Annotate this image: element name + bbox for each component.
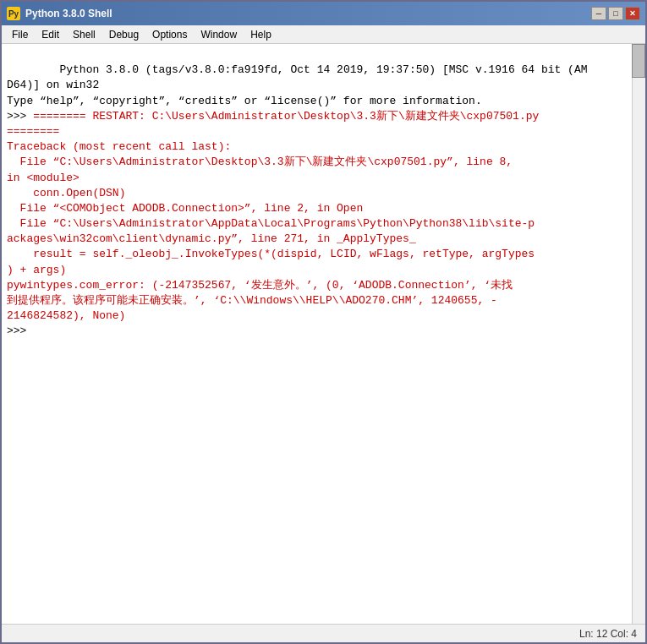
maximize-button[interactable]: □ [608,7,623,20]
scrollbar-thumb[interactable] [632,44,645,78]
main-window: Py Python 3.8.0 Shell ─ □ ✕ File Edit Sh… [0,0,647,644]
menu-edit[interactable]: Edit [35,25,66,43]
output-prompt: >>> [7,325,33,337]
menu-help[interactable]: Help [244,25,278,43]
menu-bar: File Edit Shell Debug Options Window Hel… [2,25,645,44]
window-title: Python 3.8.0 Shell [25,8,112,19]
output-restart: ======== RESTART: C:\Users\Administrator… [7,110,539,138]
title-bar-left: Py Python 3.8.0 Shell [7,7,112,20]
output-traceback: Traceback (most recent call last): File … [7,140,535,322]
status-position: Ln: 12 Col: 4 [579,628,637,640]
menu-options[interactable]: Options [145,25,194,43]
menu-shell[interactable]: Shell [66,25,102,43]
output-area: Python 3.8.0 (tags/v3.8.0:fa919fd, Oct 1… [7,47,640,355]
content-wrapper: Python 3.8.0 (tags/v3.8.0:fa919fd, Oct 1… [2,44,645,624]
app-icon: Py [7,7,20,20]
app-icon-label: Py [8,9,19,19]
menu-file[interactable]: File [5,25,35,43]
menu-window[interactable]: Window [194,25,244,43]
title-bar: Py Python 3.8.0 Shell ─ □ ✕ [2,2,645,25]
status-bar: Ln: 12 Col: 4 [2,624,645,642]
minimize-button[interactable]: ─ [591,7,606,20]
close-button[interactable]: ✕ [625,7,640,20]
shell-content[interactable]: Python 3.8.0 (tags/v3.8.0:fa919fd, Oct 1… [2,44,645,358]
menu-debug[interactable]: Debug [102,25,145,43]
scrollbar-track[interactable] [632,44,645,624]
window-controls: ─ □ ✕ [591,7,640,20]
